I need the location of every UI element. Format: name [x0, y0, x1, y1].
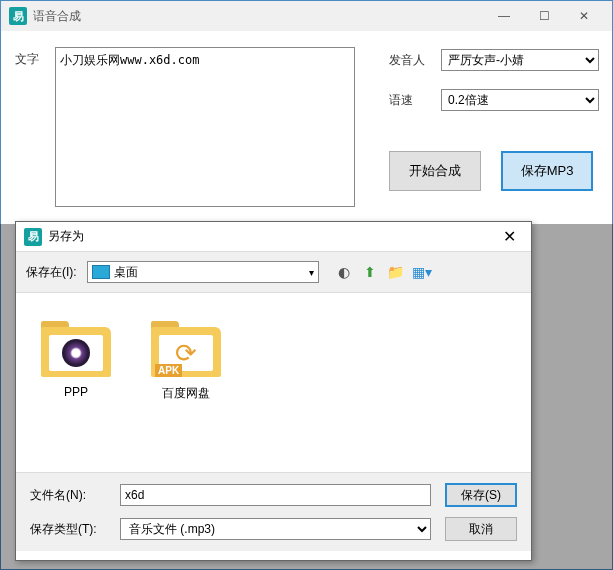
- voice-select[interactable]: 严厉女声-小婧: [441, 49, 599, 71]
- button-row: 开始合成 保存MP3: [389, 151, 593, 191]
- location-text: 桌面: [114, 264, 138, 281]
- file-name: PPP: [36, 385, 116, 399]
- up-icon[interactable]: ⬆: [361, 263, 379, 281]
- filename-label: 文件名(N):: [30, 487, 120, 504]
- view-icon[interactable]: ▦▾: [413, 263, 431, 281]
- app-icon: 易: [9, 7, 27, 25]
- file-item[interactable]: PPP: [36, 321, 116, 444]
- file-name: 百度网盘: [146, 385, 226, 402]
- voice-label: 发音人: [389, 52, 441, 69]
- folder-disc-icon: [49, 335, 103, 371]
- filetype-select[interactable]: 音乐文件 (.mp3): [120, 518, 431, 540]
- save-dialog: 易 另存为 ✕ 保存在(I): 桌面 ▾ ◐ ⬆ 📁 ▦▾ PPP ⟳: [15, 221, 532, 561]
- speed-select[interactable]: 0.2倍速: [441, 89, 599, 111]
- dialog-app-icon: 易: [24, 228, 42, 246]
- desktop-icon: [92, 265, 110, 279]
- titlebar: 易 语音合成 — ☐ ✕: [1, 1, 612, 31]
- right-column: 发音人 严厉女声-小婧 语速 0.2倍速: [389, 49, 599, 129]
- file-item[interactable]: ⟳ APK 百度网盘: [146, 321, 226, 444]
- text-input[interactable]: 小刀娱乐网www.x6d.com: [55, 47, 355, 207]
- dialog-titlebar: 易 另存为 ✕: [16, 222, 531, 252]
- maximize-button[interactable]: ☐: [524, 1, 564, 31]
- dialog-close-button[interactable]: ✕: [495, 227, 523, 246]
- apk-badge: APK: [155, 364, 182, 377]
- synth-button[interactable]: 开始合成: [389, 151, 481, 191]
- save-mp3-button[interactable]: 保存MP3: [501, 151, 593, 191]
- file-list[interactable]: PPP ⟳ APK 百度网盘: [16, 292, 531, 472]
- savein-label: 保存在(I):: [26, 264, 77, 281]
- minimize-button[interactable]: —: [484, 1, 524, 31]
- filename-input[interactable]: [120, 484, 431, 506]
- close-button[interactable]: ✕: [564, 1, 604, 31]
- window-title: 语音合成: [33, 8, 484, 25]
- dialog-title: 另存为: [48, 228, 495, 245]
- dialog-toolbar: 保存在(I): 桌面 ▾ ◐ ⬆ 📁 ▦▾: [16, 252, 531, 292]
- save-button[interactable]: 保存(S): [445, 483, 517, 507]
- dialog-bottom: 文件名(N): 保存(S) 保存类型(T): 音乐文件 (.mp3) 取消: [16, 472, 531, 551]
- speed-label: 语速: [389, 92, 441, 109]
- cancel-button[interactable]: 取消: [445, 517, 517, 541]
- chevron-down-icon: ▾: [309, 267, 314, 278]
- text-label: 文字: [15, 47, 55, 207]
- filetype-label: 保存类型(T):: [30, 521, 120, 538]
- new-folder-icon[interactable]: 📁: [387, 263, 405, 281]
- back-icon[interactable]: ◐: [335, 263, 353, 281]
- location-select[interactable]: 桌面 ▾: [87, 261, 319, 283]
